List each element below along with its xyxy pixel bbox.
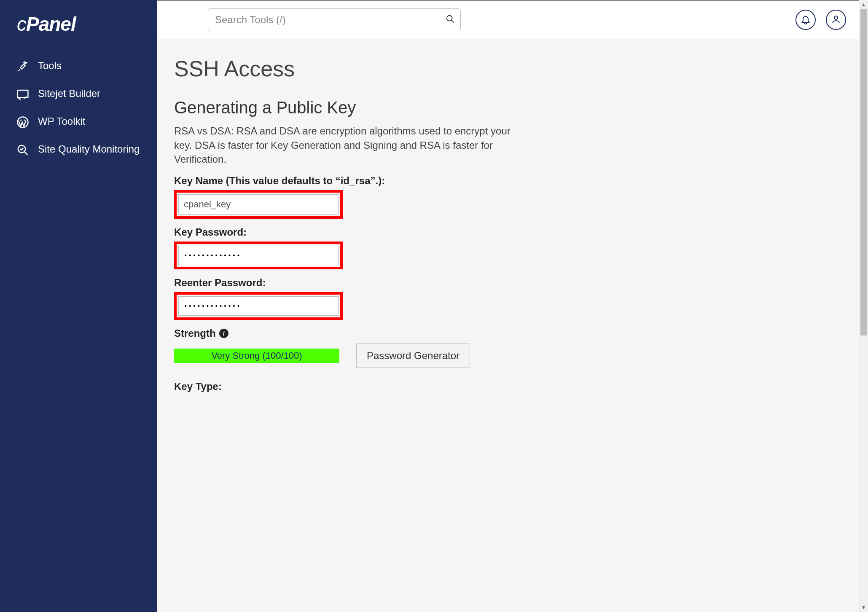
scroll-up-arrow-icon[interactable]: ▲ bbox=[859, 0, 868, 9]
sidebar-item-label: Sitejet Builder bbox=[38, 87, 100, 100]
search-input[interactable] bbox=[208, 8, 461, 31]
section-description: RSA vs DSA: RSA and DSA are encryption a… bbox=[174, 124, 520, 166]
wordpress-icon bbox=[16, 115, 30, 129]
account-button[interactable] bbox=[826, 10, 846, 30]
highlight-key-password bbox=[174, 242, 343, 269]
sidebar-item-sitejet[interactable]: Sitejet Builder bbox=[0, 80, 157, 108]
sidebar: cPanel Tools Sitejet Builder WP Toolkit bbox=[0, 0, 157, 612]
search-wrap bbox=[208, 8, 461, 31]
logo: cPanel bbox=[0, 13, 157, 48]
svg-point-4 bbox=[834, 16, 838, 19]
svg-rect-0 bbox=[18, 90, 28, 98]
brand-logo-text: cPanel bbox=[17, 13, 76, 35]
search-icon[interactable] bbox=[446, 14, 455, 25]
bell-icon bbox=[801, 14, 811, 26]
info-icon[interactable]: i bbox=[219, 329, 228, 338]
tools-icon bbox=[16, 60, 30, 73]
key-type-label: Key Type: bbox=[174, 381, 842, 392]
scroll-down-arrow-icon[interactable]: ▼ bbox=[859, 603, 868, 612]
key-password-input[interactable] bbox=[178, 246, 339, 265]
key-name-label: Key Name (This value defaults to “id_rsa… bbox=[174, 175, 842, 187]
main-area: SSH Access Generating a Public Key RSA v… bbox=[157, 0, 859, 612]
notifications-button[interactable] bbox=[795, 10, 816, 30]
scroll-thumb[interactable] bbox=[860, 9, 867, 336]
reenter-password-input[interactable] bbox=[178, 296, 339, 316]
highlight-reenter-password bbox=[174, 292, 343, 320]
magnify-check-icon bbox=[16, 143, 30, 157]
strength-label-row: Strength i bbox=[174, 327, 842, 339]
sidebar-item-label: Tools bbox=[38, 59, 62, 72]
key-password-label: Key Password: bbox=[174, 226, 842, 238]
topbar bbox=[157, 0, 859, 39]
content: SSH Access Generating a Public Key RSA v… bbox=[157, 39, 859, 612]
section-title: Generating a Public Key bbox=[174, 98, 842, 117]
page-title: SSH Access bbox=[174, 56, 842, 81]
strength-label: Strength bbox=[174, 327, 216, 339]
key-name-input[interactable] bbox=[178, 194, 339, 215]
scroll-track[interactable] bbox=[859, 9, 868, 603]
password-generator-button[interactable]: Password Generator bbox=[356, 344, 470, 368]
reenter-password-label: Reenter Password: bbox=[174, 277, 842, 289]
strength-row: Very Strong (100/100) Password Generator bbox=[174, 344, 842, 368]
highlight-key-name bbox=[174, 190, 343, 219]
svg-point-3 bbox=[447, 16, 452, 21]
sidebar-item-tools[interactable]: Tools bbox=[0, 52, 157, 80]
sitejet-icon bbox=[16, 88, 30, 101]
strength-meter: Very Strong (100/100) bbox=[174, 349, 339, 363]
sidebar-item-label: WP Toolkit bbox=[38, 115, 86, 128]
window-scrollbar[interactable]: ▲ ▼ bbox=[859, 0, 868, 612]
sidebar-item-wptoolkit[interactable]: WP Toolkit bbox=[0, 108, 157, 136]
sidebar-nav: Tools Sitejet Builder WP Toolkit Site Qu… bbox=[0, 48, 157, 164]
sidebar-item-site-quality[interactable]: Site Quality Monitoring bbox=[0, 136, 157, 164]
sidebar-item-label: Site Quality Monitoring bbox=[38, 142, 140, 156]
user-icon bbox=[831, 14, 841, 26]
